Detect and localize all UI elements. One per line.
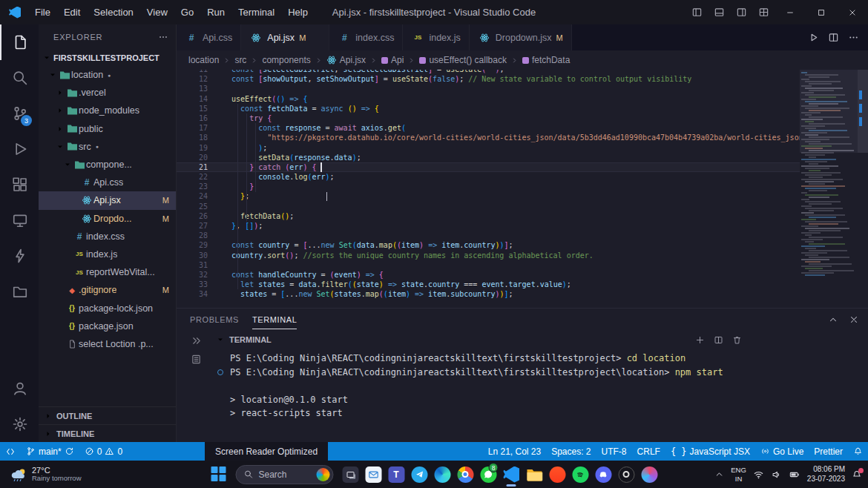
encoding-status[interactable]: UTF-8 (596, 442, 632, 461)
menu-edit[interactable]: Edit (57, 4, 87, 20)
chevron-up-icon[interactable] (828, 314, 838, 325)
toggle-sidebar-icon[interactable] (685, 0, 708, 24)
code-line-26[interactable]: 26 fetchData(); (177, 211, 800, 221)
tree-item-package-json[interactable]: {} package.json (39, 317, 176, 335)
line-number[interactable]: 14 (177, 94, 217, 104)
line-number[interactable]: 18 (177, 133, 217, 142)
indentation-status[interactable]: Spaces: 2 (546, 442, 596, 461)
code-line-23[interactable]: 23 } (177, 182, 800, 191)
menu-go[interactable]: Go (174, 4, 200, 20)
breadcrumb-item[interactable]: components (262, 55, 310, 65)
taskbar-app-edge[interactable] (431, 461, 454, 488)
code-line-25[interactable]: 25 (177, 202, 800, 211)
line-number[interactable]: 21 (177, 162, 217, 172)
kill-terminal-icon[interactable] (732, 335, 742, 345)
code-line-13[interactable]: 13 (177, 84, 800, 93)
battery-icon[interactable] (789, 469, 800, 480)
line-number[interactable]: 12 (177, 74, 217, 84)
code-line-14[interactable]: 14 useEffect(() => { (177, 94, 800, 104)
volume-icon[interactable] (771, 469, 782, 480)
command-decoration-icon[interactable] (217, 369, 223, 375)
code-line-12[interactable]: 12 const [showOutput, setShowOutput] = u… (177, 74, 800, 84)
editor-tab-dropdown-jsx[interactable]: Dropdown.jsx M (470, 24, 572, 50)
start-button[interactable] (208, 461, 231, 488)
git-branch-status[interactable]: main* (21, 442, 79, 461)
tab-problems[interactable]: PROBLEMS (190, 311, 239, 329)
terminal-section-header[interactable]: TERMINAL (215, 331, 868, 349)
code-line-15[interactable]: 15 const fetchData = async () => { (177, 104, 800, 113)
wifi-icon[interactable] (753, 469, 764, 480)
line-number[interactable]: 19 (177, 143, 217, 153)
editor-tab-api-jsx[interactable]: Api.jsx M (241, 24, 329, 50)
taskbar-app-spotify[interactable] (569, 461, 592, 488)
weather-widget[interactable]: 27°C Rainy tomorrow (4, 461, 88, 488)
split-terminal-icon[interactable] (714, 335, 723, 345)
language-mode-status[interactable]: { } JavaScript JSX (665, 442, 755, 461)
menu-file[interactable]: File (28, 4, 57, 20)
code-line-32[interactable]: 32 const handleCountry = (event) => { (177, 270, 800, 280)
line-number[interactable]: 34 (177, 289, 217, 299)
line-number[interactable]: 28 (177, 231, 217, 240)
editor-tab-index-js[interactable]: JS index.js (403, 24, 469, 50)
taskbar-app-file-explorer[interactable] (523, 461, 546, 488)
code-line-21[interactable]: 21 } catch (err) { (177, 162, 800, 172)
prettier-status[interactable]: Prettier (809, 442, 848, 461)
code-line-16[interactable]: 16 try { (177, 113, 800, 123)
maximize-button[interactable] (806, 0, 837, 24)
notifications-bell[interactable] (848, 442, 868, 461)
tree-item--vercel[interactable]: .vercel (39, 84, 176, 102)
tree-item-api-css[interactable]: # Api.css (39, 174, 176, 191)
tree-item-api-jsx[interactable]: Api.jsx M (39, 191, 176, 209)
menu-terminal[interactable]: Terminal (231, 4, 281, 20)
screen-reader-status[interactable]: Screen Reader Optimized (205, 442, 328, 461)
code-line-33[interactable]: 33 let states = data.filter((state) => s… (177, 280, 800, 289)
problems-status[interactable]: 0 0 (79, 442, 128, 461)
code-line-27[interactable]: 27 }, []); (177, 221, 800, 231)
activitybar-run-debug[interactable] (0, 131, 39, 167)
go-live-button[interactable]: Go Live (755, 442, 809, 461)
timeline-section[interactable]: TIMELINE (39, 424, 176, 442)
minimap[interactable] (800, 70, 858, 308)
line-number[interactable]: 25 (177, 202, 217, 211)
activitybar-extensions[interactable] (0, 167, 39, 202)
tree-item-src[interactable]: src ● (39, 138, 176, 156)
tree-item--gitignore[interactable]: ◆ .gitignore M (39, 281, 176, 299)
notification-center-icon[interactable] (852, 469, 862, 480)
activitybar-source-control[interactable]: 3 (0, 96, 39, 131)
activitybar-settings-gear[interactable] (0, 406, 39, 442)
code-line-31[interactable]: 31 (177, 260, 800, 270)
new-terminal-icon[interactable] (695, 335, 705, 345)
menu-run[interactable]: Run (200, 4, 231, 20)
terminal-output[interactable]: PS E:\Coding Ninja\REACT\codingninjareac… (215, 349, 868, 442)
code-line-17[interactable]: 17 const response = await axios.get( (177, 123, 800, 133)
close-window-button[interactable] (837, 0, 868, 24)
toggle-secondary-sidebar-icon[interactable] (730, 0, 752, 24)
double-chevron-right-icon[interactable] (191, 335, 202, 346)
eol-status[interactable]: CRLF (632, 442, 665, 461)
tree-item-index-css[interactable]: # index.css (39, 228, 176, 245)
breadcrumb-item[interactable]: src (234, 55, 246, 65)
tree-item-dropdo-[interactable]: Dropdo... M (39, 210, 176, 228)
close-tab-icon[interactable] (312, 33, 320, 42)
scrollbar[interactable] (858, 70, 868, 308)
taskbar-app-photos[interactable] (638, 461, 661, 488)
editor-tab-index-css[interactable]: # index.css (329, 24, 403, 50)
code-line-19[interactable]: 19 ); (177, 143, 800, 153)
code-line-22[interactable]: 22 console.log(err); (177, 172, 800, 182)
line-number[interactable]: 23 (177, 182, 217, 191)
line-number[interactable]: 17 (177, 123, 217, 133)
clock-widget[interactable]: 08:06 PM 23-07-2023 (807, 465, 845, 484)
project-root-header[interactable]: FIRSTSKILLTESTPROJECT (39, 50, 176, 66)
line-number[interactable]: 32 (177, 270, 217, 280)
tree-item-package-lock-json[interactable]: {} package-lock.json (39, 299, 176, 317)
taskbar-app-vscode[interactable] (500, 461, 523, 488)
tree-item-index-js[interactable]: JS index.js (39, 245, 176, 263)
outline-section[interactable]: OUTLINE (39, 406, 176, 424)
activitybar-thunder-client[interactable] (0, 238, 39, 274)
taskbar-app-teams[interactable]: T (385, 461, 408, 488)
tree-item-select-loction-p-[interactable]: select Loction .p... (39, 335, 176, 353)
split-editor-icon[interactable] (828, 32, 839, 43)
language-indicator[interactable]: ENGIN (731, 466, 746, 483)
activitybar-project-manager[interactable] (0, 274, 39, 309)
line-number[interactable]: 13 (177, 84, 217, 93)
